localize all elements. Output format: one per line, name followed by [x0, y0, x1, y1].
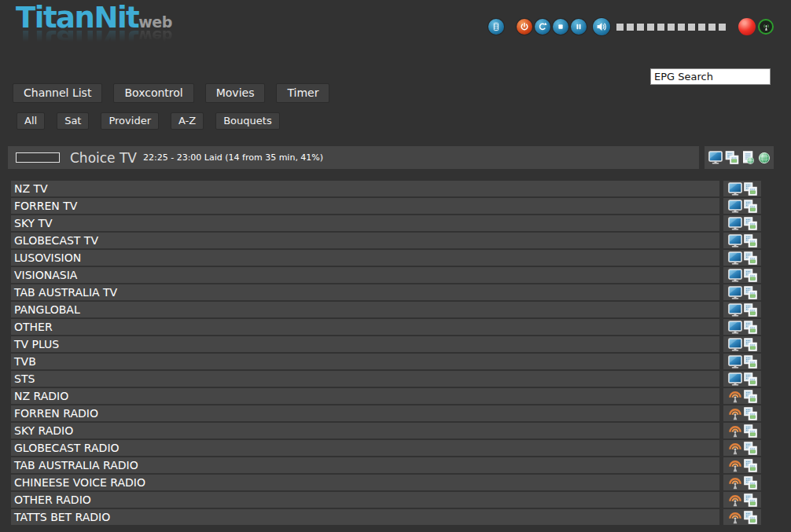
channel-name[interactable]: PANGLOBAL	[11, 302, 719, 317]
channel-name[interactable]: TATTS BET RADIO	[11, 509, 719, 525]
volume-segment[interactable]	[668, 24, 675, 31]
radio-icon[interactable]	[728, 459, 742, 472]
channel-row[interactable]: FORREN RADIO	[11, 405, 761, 421]
epg-list-icon[interactable]	[744, 321, 757, 334]
volume-segment[interactable]	[698, 24, 705, 31]
epg-list-icon[interactable]	[744, 234, 757, 248]
tv-icon[interactable]	[728, 303, 742, 317]
radio-icon[interactable]	[728, 442, 742, 455]
volume-segment[interactable]	[637, 24, 644, 31]
tv-icon[interactable]	[708, 151, 723, 164]
epg-list-icon[interactable]	[744, 269, 757, 282]
filter-sat-button[interactable]: Sat	[57, 112, 89, 130]
radio-icon[interactable]	[728, 511, 742, 524]
volume-icon[interactable]	[593, 18, 610, 35]
nav-timer-button[interactable]: Timer	[276, 83, 329, 103]
channel-name[interactable]: TVB	[11, 354, 719, 369]
channel-row[interactable]: VISIONASIA	[11, 267, 761, 283]
epg-list-icon[interactable]	[744, 407, 757, 420]
epg-list-icon[interactable]	[744, 338, 757, 351]
epg-search-input[interactable]	[650, 68, 771, 85]
volume-segment[interactable]	[678, 24, 685, 31]
epg-list-icon[interactable]	[744, 251, 757, 265]
channel-row[interactable]: FORREN TV	[11, 198, 761, 214]
filter-all-button[interactable]: All	[17, 112, 45, 130]
channel-row[interactable]: TAB AUSTRALIA RADIO	[11, 457, 761, 473]
channel-row[interactable]: LUSOVISION	[11, 250, 761, 266]
epg-list-icon[interactable]	[744, 424, 757, 438]
epg-list-icon[interactable]	[744, 390, 757, 403]
channel-name[interactable]: SKY TV	[11, 215, 719, 231]
channel-row[interactable]: SKY RADIO	[11, 423, 761, 438]
epg-list-icon[interactable]	[744, 217, 757, 230]
volume-segment[interactable]	[657, 24, 664, 31]
epg-list-icon[interactable]	[744, 200, 757, 213]
stream-icon[interactable]	[758, 19, 774, 35]
refresh-icon[interactable]	[535, 19, 550, 35]
epg-page-icon[interactable]	[741, 151, 756, 164]
channel-name[interactable]: GLOBECAST RADIO	[11, 440, 719, 456]
filter-az-button[interactable]: A-Z	[171, 112, 204, 130]
channel-name[interactable]: TAB AUSTRALIA TV	[11, 284, 719, 300]
volume-segment[interactable]	[708, 24, 716, 31]
tv-icon[interactable]	[728, 182, 742, 196]
stop-icon[interactable]	[553, 19, 568, 35]
channel-name[interactable]: GLOBECAST TV	[11, 233, 719, 248]
tv-icon[interactable]	[728, 321, 742, 334]
epg-list-icon[interactable]	[744, 303, 757, 317]
volume-segment[interactable]	[719, 24, 726, 31]
channel-row[interactable]: GLOBECAST RADIO	[11, 440, 761, 456]
channel-name[interactable]: FORREN TV	[11, 198, 719, 214]
channel-name[interactable]: OTHER	[11, 319, 719, 335]
web-globe-icon[interactable]	[758, 152, 771, 164]
epg-list-icon[interactable]	[744, 355, 757, 369]
channel-row[interactable]: OTHER	[11, 319, 761, 335]
channel-row[interactable]: SKY TV	[11, 215, 761, 231]
channel-row[interactable]: OTHER RADIO	[11, 492, 761, 508]
tv-icon[interactable]	[728, 355, 742, 369]
volume-segment[interactable]	[616, 24, 624, 31]
epg-list-icon[interactable]	[744, 511, 757, 524]
channel-name[interactable]: STS	[11, 371, 719, 387]
epg-list-icon[interactable]	[744, 442, 757, 455]
channel-name[interactable]: NZ TV	[11, 181, 719, 196]
radio-icon[interactable]	[728, 407, 742, 420]
epg-list-icon[interactable]	[744, 459, 757, 472]
channel-name[interactable]: OTHER RADIO	[11, 492, 719, 508]
tv-icon[interactable]	[728, 372, 742, 386]
remote-icon[interactable]	[488, 19, 504, 35]
tv-icon[interactable]	[728, 217, 742, 230]
channel-row[interactable]: TVB	[11, 354, 761, 369]
epg-list-icon[interactable]	[744, 493, 757, 507]
channel-row[interactable]: TATTS BET RADIO	[11, 509, 761, 525]
tv-icon[interactable]	[728, 338, 742, 351]
nav-boxcontrol-button[interactable]: Boxcontrol	[113, 83, 193, 103]
channel-row[interactable]: PANGLOBAL	[11, 302, 761, 317]
volume-bar[interactable]	[616, 24, 726, 31]
radio-icon[interactable]	[728, 390, 742, 403]
tv-icon[interactable]	[728, 269, 742, 282]
channel-name[interactable]: TV PLUS	[11, 336, 719, 352]
channel-name[interactable]: CHINEESE VOICE RADIO	[11, 475, 719, 490]
channel-name[interactable]: FORREN RADIO	[11, 405, 719, 421]
radio-icon[interactable]	[728, 424, 742, 438]
tv-icon[interactable]	[728, 200, 742, 213]
nav-movies-button[interactable]: Movies	[205, 83, 266, 103]
volume-segment[interactable]	[627, 24, 634, 31]
channel-row[interactable]: GLOBECAST TV	[11, 233, 761, 248]
nav-channel-list-button[interactable]: Channel List	[13, 83, 102, 103]
filter-provider-button[interactable]: Provider	[101, 112, 159, 130]
tv-icon[interactable]	[728, 251, 742, 265]
epg-list-icon[interactable]	[744, 182, 757, 196]
tv-icon[interactable]	[728, 286, 742, 299]
radio-icon[interactable]	[728, 493, 742, 507]
record-icon[interactable]	[738, 18, 756, 35]
epg-list-icon[interactable]	[725, 151, 739, 164]
channel-name[interactable]: VISIONASIA	[11, 267, 719, 283]
channel-name[interactable]: SKY RADIO	[11, 423, 719, 438]
epg-list-icon[interactable]	[744, 372, 757, 386]
channel-row[interactable]: STS	[11, 371, 761, 387]
volume-segment[interactable]	[688, 24, 695, 31]
power-icon[interactable]	[517, 19, 532, 35]
channel-row[interactable]: NZ TV	[11, 181, 761, 196]
